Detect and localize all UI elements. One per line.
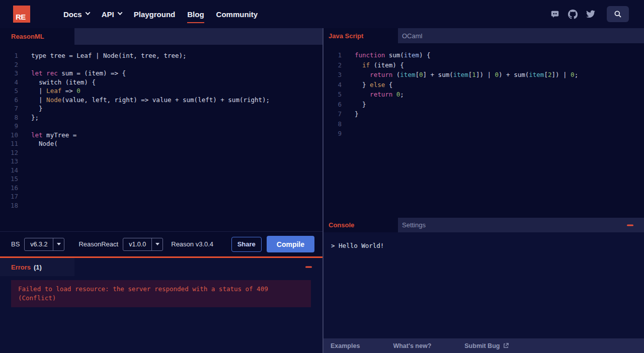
tab-errors[interactable]: Errors (1): [0, 258, 74, 276]
code-line: 18: [0, 201, 323, 210]
external-link-icon: [503, 342, 509, 349]
line-number: 18: [0, 201, 18, 210]
code-text: if (item) {: [342, 60, 404, 70]
code-text: return (item[0] + sum(item[1]) | 0) + su…: [342, 70, 578, 80]
collapse-console-icon[interactable]: [627, 224, 633, 226]
code-line: 2 if (item) {: [324, 60, 644, 70]
line-number: 9: [0, 122, 18, 131]
code-line: 9: [324, 129, 644, 139]
whats-new-link-label: What's new?: [393, 342, 431, 349]
code-text: [342, 129, 355, 139]
code-text: [342, 119, 355, 129]
code-line: 6 | Node(value, left, right) => value + …: [0, 96, 323, 105]
code-text: };: [18, 113, 39, 122]
line-number: 1: [0, 51, 18, 60]
bs-version-select[interactable]: v6.3.2: [24, 238, 64, 251]
line-number: 14: [0, 166, 18, 175]
javascript-code-editor[interactable]: 1function sum(item) {2 if (item) {3 retu…: [324, 43, 644, 218]
main-nav: Docs API Playground Blog Community: [63, 10, 258, 19]
code-line: 11 Node(: [0, 139, 323, 148]
errors-title: Errors: [11, 263, 31, 271]
line-number: 4: [0, 78, 18, 87]
nav-item-api-label: API: [102, 10, 114, 19]
bs-version-value: v6.3.2: [25, 238, 53, 250]
code-text: [18, 60, 31, 69]
navbar-right: [550, 6, 629, 22]
errors-count-badge: (1): [34, 263, 42, 271]
reasonml-logo[interactable]: RE: [13, 6, 30, 23]
nav-item-docs[interactable]: Docs: [63, 10, 90, 19]
chevron-down-icon: [85, 10, 90, 15]
code-line: 1function sum(item) {: [324, 50, 644, 60]
code-text: }: [342, 109, 359, 119]
code-line: 8};: [0, 113, 323, 122]
chevron-down-icon: [117, 10, 122, 15]
submit-bug-link[interactable]: Submit Bug: [464, 342, 509, 349]
line-number: 12: [0, 148, 18, 157]
code-text: type tree = Leaf | Node(int, tree, tree)…: [18, 51, 187, 60]
nav-item-community[interactable]: Community: [216, 10, 258, 19]
line-number: 6: [0, 96, 18, 105]
examples-link[interactable]: Examples: [331, 342, 360, 349]
tab-ocaml[interactable]: OCaml: [398, 28, 472, 43]
line-number: 9: [324, 129, 342, 139]
nav-item-docs-label: Docs: [63, 10, 82, 19]
right-pane: Java Script OCaml 1function sum(item) {2…: [323, 28, 644, 353]
code-line: 13: [0, 157, 323, 166]
code-line: 10let myTree =: [0, 131, 323, 140]
playground-footer: Examples What's new? Submit Bug: [324, 338, 644, 353]
tab-console[interactable]: Console: [324, 218, 398, 232]
left-pane: ReasonML 1type tree = Leaf | Node(int, t…: [0, 28, 323, 353]
tab-reasonml[interactable]: ReasonML: [0, 28, 74, 45]
code-text: [18, 122, 31, 131]
reasonreact-label: ReasonReact: [78, 240, 118, 248]
code-text: return 0;: [342, 90, 404, 100]
line-number: 7: [324, 109, 342, 119]
reason-version-label: Reason v3.0.4: [171, 240, 213, 248]
main-split: ReasonML 1type tree = Leaf | Node(int, t…: [0, 28, 644, 353]
error-message: Failed to load resource: the server resp…: [11, 280, 311, 307]
line-number: 15: [0, 174, 18, 184]
compile-button[interactable]: Compile: [267, 236, 314, 252]
bs-label: BS: [11, 240, 20, 248]
line-number: 13: [0, 157, 18, 166]
errors-panel: Errors (1) Failed to load resource: the …: [0, 256, 323, 353]
code-line: 17: [0, 192, 323, 201]
code-text: | Leaf => 0: [18, 86, 80, 96]
line-number: 7: [0, 104, 18, 113]
code-text: let rec sum = (item) => {: [18, 69, 126, 78]
code-text: [18, 192, 31, 201]
github-icon[interactable]: [568, 10, 578, 19]
tab-settings[interactable]: Settings: [398, 218, 472, 232]
code-line: 3 return (item[0] + sum(item[1]) | 0) + …: [324, 70, 644, 80]
tab-javascript[interactable]: Java Script: [324, 28, 398, 43]
code-line: 15: [0, 174, 323, 184]
console-output: > Hello World!: [324, 232, 644, 338]
nav-item-playground[interactable]: Playground: [134, 10, 176, 19]
reasonreact-version-select[interactable]: v1.0.0: [123, 238, 163, 251]
dropdown-arrow-icon: [151, 238, 163, 250]
code-text: [18, 201, 31, 210]
code-line: 7}: [324, 109, 644, 119]
line-number: 5: [324, 90, 342, 100]
nav-item-blog[interactable]: Blog: [187, 10, 204, 19]
code-line: 8: [324, 119, 644, 129]
share-button[interactable]: Share: [231, 237, 262, 252]
code-line: 1type tree = Leaf | Node(int, tree, tree…: [0, 51, 323, 60]
reason-code-editor[interactable]: 1type tree = Leaf | Node(int, tree, tree…: [0, 45, 323, 231]
code-text: [18, 174, 31, 184]
whats-new-link[interactable]: What's new?: [393, 342, 431, 349]
left-tabbar: ReasonML: [0, 28, 323, 45]
line-number: 16: [0, 184, 18, 193]
collapse-errors-icon[interactable]: [305, 267, 312, 268]
code-text: function sum(item) {: [342, 50, 431, 60]
twitter-icon[interactable]: [586, 10, 595, 19]
line-number: 17: [0, 192, 18, 201]
nav-item-api[interactable]: API: [102, 10, 122, 19]
search-button[interactable]: [607, 6, 629, 22]
code-text: }: [342, 100, 366, 110]
code-line: 16: [0, 184, 323, 193]
code-line: 3let rec sum = (item) => {: [0, 69, 323, 78]
discord-icon[interactable]: [550, 10, 559, 19]
line-number: 2: [0, 60, 18, 69]
